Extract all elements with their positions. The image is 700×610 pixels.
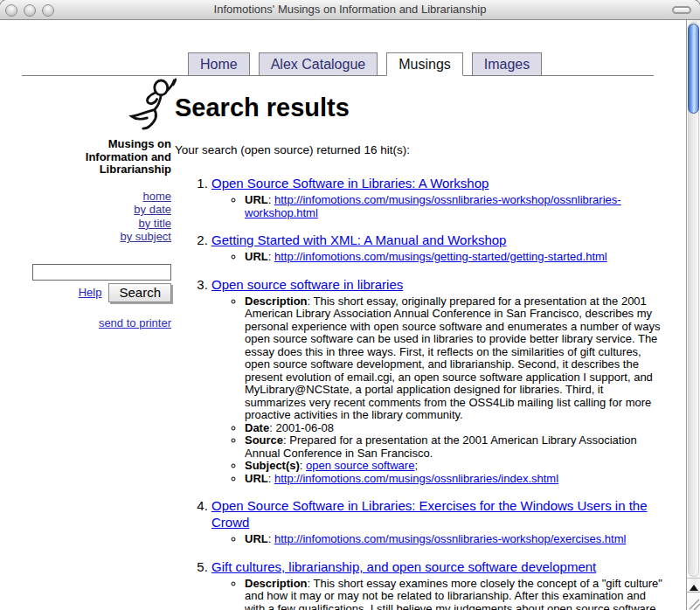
field-label: URL [245, 472, 268, 485]
vertical-scrollbar[interactable] [686, 20, 700, 610]
help-link[interactable]: Help [79, 286, 102, 299]
field-link[interactable]: open source software [306, 459, 414, 472]
scroll-up-button[interactable] [687, 578, 700, 592]
field-label: URL [245, 532, 268, 545]
result-field-description: Description: This short essay, originall… [245, 295, 662, 422]
result-field-subject-s: Subject(s): open source software; [245, 460, 662, 473]
main-content: Search results Your search (open source)… [175, 75, 662, 610]
search-button[interactable]: Search [108, 283, 171, 302]
page-title: Search results [175, 94, 662, 121]
sidebar-nav: homeby dateby titleby subject [31, 190, 171, 244]
result-title-link[interactable]: Getting Started with XML: A Manual and W… [211, 232, 506, 247]
result-field-url: URL: http://infomotions.com/musings/gett… [245, 251, 662, 264]
field-label: Subject(s) [245, 459, 300, 472]
field-link[interactable]: http://infomotions.com/musings/ossnlibra… [274, 472, 558, 485]
field-link[interactable]: http://infomotions.com/musings/getting-s… [274, 250, 607, 263]
field-label: URL [245, 250, 268, 263]
result-item: Open source software in librariesDescrip… [211, 276, 662, 486]
sidebar-link-by-subject[interactable]: by subject [31, 230, 171, 244]
field-label: Description [245, 295, 308, 308]
result-item: Open Source Software in Libraries: Exerc… [211, 497, 662, 546]
tab-bar: HomeAlex CatalogueMusingsImages [188, 52, 542, 76]
field-link[interactable]: http://infomotions.com/musings/ossnlibra… [274, 532, 626, 545]
search-form: Help Search [31, 264, 171, 302]
search-summary: Your search (open source) returned 16 hi… [175, 143, 662, 156]
tab-alex-catalogue[interactable]: Alex Catalogue [259, 52, 378, 76]
window-title: Infomotions' Musings on Information and … [0, 0, 700, 20]
result-fields: URL: http://infomotions.com/musings/ossn… [211, 533, 662, 546]
field-link[interactable]: http://infomotions.com/musings/ossnlibra… [245, 193, 621, 219]
result-field-url: URL: http://infomotions.com/musings/ossn… [245, 194, 662, 219]
sidebar-link-by-date[interactable]: by date [31, 203, 171, 217]
field-label: Description [245, 577, 308, 590]
result-item: Gift cultures, librarianship, and open s… [211, 558, 662, 610]
result-fields: URL: http://infomotions.com/musings/ossn… [211, 194, 662, 219]
up-arrow-icon [690, 585, 698, 591]
result-title-link[interactable]: Open Source Software in Libraries: A Wor… [211, 176, 489, 191]
scrollbar-thumb[interactable] [688, 24, 699, 114]
result-field-description: Description: This short essay examines m… [245, 578, 662, 610]
tab-home[interactable]: Home [188, 52, 250, 76]
web-page: HomeAlex CatalogueMusingsImages Musings … [0, 20, 686, 610]
tab-images[interactable]: Images [472, 52, 542, 76]
site-title: Musings on Information and Librarianship [65, 138, 171, 177]
result-field-url: URL: http://infomotions.com/musings/ossn… [245, 473, 662, 486]
browser-window: Infomotions' Musings on Information and … [0, 0, 700, 610]
toolbar-toggle-button[interactable] [672, 6, 691, 14]
sidebar-link-by-title[interactable]: by title [31, 217, 171, 231]
tab-musings[interactable]: Musings [386, 52, 463, 76]
result-item: Open Source Software in Libraries: A Wor… [211, 175, 662, 219]
result-title-link[interactable]: Gift cultures, librarianship, and open s… [211, 559, 596, 574]
result-fields: Description: This short essay, originall… [211, 295, 662, 486]
search-input[interactable] [32, 264, 171, 281]
window-resize-grip[interactable] [687, 592, 700, 610]
result-title-link[interactable]: Open source software in libraries [211, 277, 403, 292]
result-item: Getting Started with XML: A Manual and W… [211, 232, 662, 264]
result-field-url: URL: http://infomotions.com/musings/ossn… [245, 533, 662, 546]
send-to-printer-link[interactable]: send to printer [99, 316, 171, 329]
result-field-source: Source: Prepared for a presentation at t… [245, 434, 662, 460]
sidebar: Musings on Information and Librarianship… [31, 78, 171, 329]
result-fields: URL: http://infomotions.com/musings/gett… [211, 251, 662, 264]
result-field-date: Date: 2001-06-08 [245, 422, 662, 435]
dancing-figure-logo-icon [128, 78, 177, 135]
field-label: Date [245, 421, 269, 434]
results-list: Open Source Software in Libraries: A Wor… [175, 175, 662, 610]
result-title-link[interactable]: Open Source Software in Libraries: Exerc… [211, 498, 648, 530]
sidebar-link-home[interactable]: home [31, 190, 171, 204]
tab-row: HomeAlex CatalogueMusingsImages [0, 52, 686, 77]
title-bar: Infomotions' Musings on Information and … [0, 0, 700, 20]
window-body: HomeAlex CatalogueMusingsImages Musings … [0, 20, 700, 610]
field-label: URL [245, 193, 268, 206]
result-fields: Description: This short essay examines m… [211, 578, 662, 610]
field-label: Source [245, 433, 283, 447]
